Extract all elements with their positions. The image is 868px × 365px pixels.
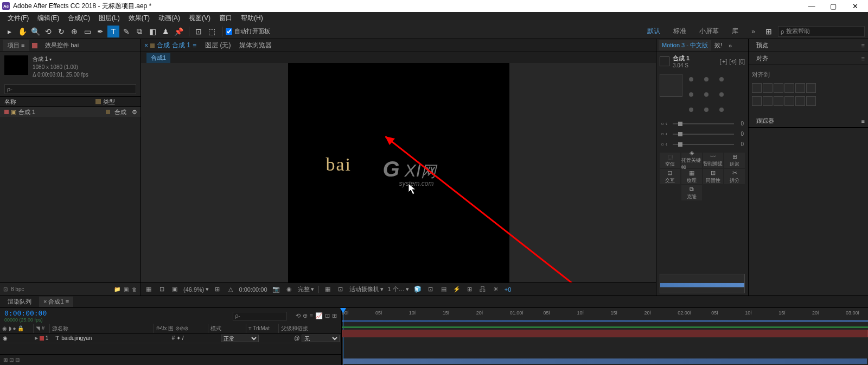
timeline-right[interactable]: 00f05f10f15f20f01:00f05f10f15f20f02:00f0… — [342, 308, 868, 365]
comp-thumbnail[interactable] — [4, 55, 28, 75]
label-column-icon[interactable] — [95, 99, 101, 104]
dist-vcenter-icon[interactable] — [795, 96, 805, 106]
draft3d-icon[interactable]: ⊡ — [325, 312, 330, 319]
resolution-icon[interactable]: ⊞ — [213, 286, 222, 293]
roi-icon[interactable]: ▣ — [170, 286, 179, 293]
search-help-input[interactable]: ρ 搜索帮助 — [778, 26, 865, 37]
snapshot-icon[interactable]: 📷 — [272, 286, 280, 293]
menu-view[interactable]: 视图(V) — [184, 14, 215, 23]
minimize-button[interactable]: — — [801, 0, 822, 12]
toggle-switches-icon[interactable]: ⊞ ⊡ ⊟ — [3, 357, 20, 363]
maximize-button[interactable]: ▢ — [822, 0, 844, 12]
fast-preview-icon[interactable]: ⚡ — [452, 286, 461, 293]
exposure-value[interactable]: +0 — [505, 286, 512, 293]
align-top-icon[interactable] — [784, 83, 794, 93]
flowchart-button-icon[interactable]: 品 — [478, 285, 487, 293]
parent-dropdown[interactable]: 无 — [302, 335, 340, 342]
shy-icon[interactable]: ⟲ — [296, 312, 301, 319]
grid-icon[interactable]: ▦ — [323, 286, 332, 293]
view-icon[interactable]: ⊡ — [426, 286, 435, 293]
btn-interact[interactable]: ⊡交互 — [660, 169, 680, 184]
pickwhip-icon[interactable]: @ — [294, 335, 299, 341]
menu-file[interactable]: 文件(F) — [3, 14, 33, 23]
col-name[interactable]: 名称 — [0, 98, 92, 106]
3d-icon[interactable]: 🧊 — [413, 286, 422, 293]
zoom-tool[interactable]: 🔍 — [29, 26, 41, 37]
anchor-preview[interactable] — [660, 74, 682, 97]
slider-3[interactable]: ○ ‹0 — [656, 139, 748, 149]
align-right-icon[interactable] — [774, 83, 783, 93]
menu-window[interactable]: 窗口 — [215, 14, 237, 23]
text-tool[interactable]: T — [107, 26, 119, 37]
composition-canvas[interactable]: bai G XI网 system.com — [288, 63, 509, 282]
dist-left-icon[interactable] — [752, 96, 762, 106]
motion-blur-icon[interactable]: ≡ — [310, 312, 313, 319]
workspace-more[interactable]: » — [746, 28, 761, 35]
roto-tool[interactable]: ♟ — [159, 26, 171, 37]
dist-hcenter-icon[interactable] — [763, 96, 773, 106]
tab-effects-truncated[interactable]: 效! — [711, 40, 725, 51]
eraser-tool[interactable]: ◧ — [146, 26, 158, 37]
clone-tool[interactable]: ⧉ — [133, 26, 145, 37]
camera-dropdown[interactable]: 活动摄像机 ▾ — [349, 285, 384, 293]
panel-menu-icon[interactable]: ≡ — [861, 42, 865, 49]
col-switches[interactable]: #•\fx 图 ⊘⊘⊘ — [154, 324, 208, 333]
workspace-grid-icon[interactable]: ⊞ — [763, 26, 775, 37]
dist-bottom-icon[interactable] — [806, 96, 816, 106]
workspace-default[interactable]: 默认 — [642, 27, 666, 36]
tab-layer[interactable]: 图层 (无) — [205, 41, 231, 50]
menu-animation[interactable]: 动画(A) — [154, 14, 184, 23]
col-parent[interactable]: 父级和链接 — [279, 324, 341, 333]
workspace-library[interactable]: 库 — [726, 27, 744, 36]
layer-name[interactable]: baidujingyan — [61, 335, 92, 341]
work-area-bar[interactable] — [342, 320, 868, 322]
local-axis-icon[interactable]: ⬚ — [206, 26, 218, 37]
tab-timeline-comp[interactable]: × 合成1 ≡ — [39, 297, 73, 307]
selection-tool[interactable]: ▸ — [3, 26, 15, 37]
rect-tool[interactable]: ▭ — [81, 26, 93, 37]
quality-dropdown[interactable]: 完整 ▾ — [298, 285, 314, 293]
tab-render-queue[interactable]: 渲染队列 — [3, 297, 36, 307]
frame-blend-icon[interactable]: ⊕ — [303, 312, 308, 319]
rotate-tool[interactable]: ↻ — [55, 26, 67, 37]
btn-clone[interactable]: ⧉克隆 — [681, 185, 702, 200]
panel-menu-icon-2[interactable]: ≡ — [861, 55, 865, 62]
timeline-search[interactable] — [233, 312, 287, 320]
time-ruler[interactable]: 00f05f10f15f20f01:00f05f10f15f20f02:00f0… — [342, 308, 868, 320]
align-hcenter-icon[interactable] — [763, 83, 773, 93]
new-comp-icon[interactable]: ▣ — [124, 286, 129, 292]
workspace-standard[interactable]: 标准 — [668, 27, 692, 36]
current-timecode[interactable]: 0:00:00:00 — [4, 309, 47, 317]
timeline-icon[interactable]: ⊞ — [465, 286, 474, 293]
motion-comp-thumb[interactable] — [660, 56, 669, 66]
composition-viewer[interactable]: bai G XI网 system.com — [141, 63, 656, 282]
alpha-icon[interactable]: ▦ — [144, 286, 153, 293]
hand-tool[interactable]: ✋ — [16, 26, 28, 37]
guides-icon[interactable]: ⊡ — [336, 286, 345, 293]
anchor-point-grid[interactable] — [686, 74, 727, 115]
slider-2[interactable]: ○ ‹0 — [656, 129, 748, 139]
orbit-tool[interactable]: ⟲ — [42, 26, 54, 37]
tab-project[interactable]: 项目 ≡ — [3, 40, 29, 51]
preview-timecode[interactable]: 0:00:00:00 — [239, 286, 267, 293]
tab-preview[interactable]: 预览 — [752, 40, 773, 51]
fit-icon[interactable]: [✦] — [720, 59, 727, 65]
bpc-button[interactable]: 8 bpc — [11, 286, 24, 292]
align-left-icon[interactable] — [752, 83, 762, 93]
workspace-small[interactable]: 小屏幕 — [694, 27, 724, 36]
tab-tracker[interactable]: 跟踪器 — [752, 116, 778, 126]
layer-row-1[interactable]: ◉ ▶1 Tbaidujingyan # ✦ / 正常 @无 — [0, 333, 341, 343]
tab-composition[interactable]: × 合成 合成 1 ≡ — [144, 41, 196, 50]
snapping-icon[interactable]: ⊡ — [193, 26, 205, 37]
tab-motion3[interactable]: Motion 3 - 中文版 — [659, 40, 711, 51]
auto-open-panel-checkbox[interactable]: 自动打开面板 — [226, 27, 270, 35]
comp-breadcrumb[interactable]: 合成1 — [146, 53, 170, 63]
align-vcenter-icon[interactable] — [795, 83, 805, 93]
menu-effect[interactable]: 效果(T) — [124, 14, 154, 23]
transparency-icon[interactable]: △ — [226, 286, 235, 293]
align-bottom-icon[interactable] — [806, 83, 816, 93]
tab-effect-controls[interactable]: 效果控件 bai — [41, 40, 83, 51]
time-navigator[interactable] — [343, 358, 867, 364]
layer-label-swatch[interactable] — [40, 336, 44, 341]
exposure-icon[interactable]: ☀ — [492, 286, 500, 293]
